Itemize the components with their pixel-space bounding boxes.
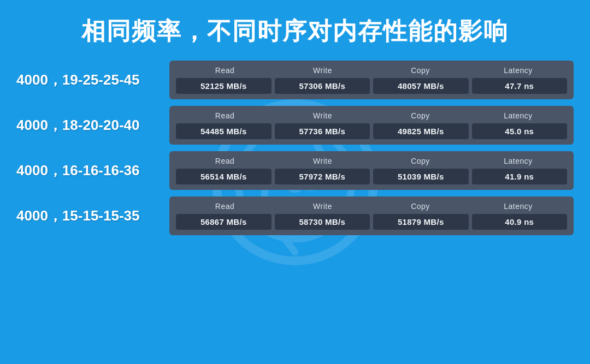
bench-value-0-1: 57306 MB/s [275,78,370,94]
bench-value-2-2: 51039 MB/s [373,169,469,184]
benchmark-row: 4000，15-15-15-35ReadWriteCopyLatency5686… [16,196,574,235]
bench-header-3-2: Copy [371,202,469,211]
bench-header-2-3: Latency [469,157,567,165]
bench-header-0-3: Latency [469,66,567,75]
bench-header-3-3: Latency [469,202,567,211]
bench-value-0-3: 47.7 ns [472,78,568,94]
bench-header-2-0: Read [176,157,274,165]
bench-header-1-3: Latency [469,111,567,120]
bench-header-0-0: Read [176,66,274,75]
bench-value-2-3: 41.9 ns [472,169,568,184]
bench-header-1-2: Copy [371,111,469,120]
bench-value-1-3: 45.0 ns [472,123,568,139]
bench-value-1-2: 49825 MB/s [373,123,469,139]
bench-header-3-0: Read [176,202,274,211]
benchmark-row: 4000，19-25-25-45ReadWriteCopyLatency5212… [16,61,574,99]
bench-value-3-3: 40.9 ns [472,214,568,230]
bench-header-3-1: Write [274,202,371,211]
row-label-3: 4000，15-15-15-35 [16,206,158,225]
row-label-2: 4000，16-16-16-36 [16,161,158,180]
bench-value-2-0: 56514 MB/s [176,169,272,184]
bench-header-0-1: Write [274,66,371,75]
benchmark-row: 4000，18-20-20-40ReadWriteCopyLatency5448… [16,106,574,145]
bench-value-1-0: 54485 MB/s [176,123,272,139]
bench-value-0-0: 52125 MB/s [176,78,272,94]
bench-header-1-0: Read [176,111,274,120]
page-title: 相同频率，不同时序对内存性能的影响 [0,0,590,61]
row-label-1: 4000，18-20-20-40 [16,116,158,135]
bench-value-3-1: 58730 MB/s [275,214,370,230]
bench-panel-1: ReadWriteCopyLatency54485 MB/s57736 MB/s… [169,106,574,145]
row-label-0: 4000，19-25-25-45 [16,70,158,89]
bench-header-1-1: Write [274,111,371,120]
benchmark-row: 4000，16-16-16-36ReadWriteCopyLatency5651… [16,151,574,190]
bench-value-1-1: 57736 MB/s [275,123,370,139]
bench-value-3-0: 56867 MB/s [176,214,272,230]
bench-value-2-1: 57972 MB/s [275,169,370,184]
bench-panel-2: ReadWriteCopyLatency56514 MB/s57972 MB/s… [169,151,574,190]
content-area: 4000，19-25-25-45ReadWriteCopyLatency5212… [0,61,590,235]
bench-value-0-2: 48057 MB/s [373,78,469,94]
bench-header-2-1: Write [274,157,371,165]
bench-panel-0: ReadWriteCopyLatency52125 MB/s57306 MB/s… [169,61,574,99]
bench-value-3-2: 51879 MB/s [373,214,469,230]
bench-header-2-2: Copy [371,157,469,165]
bench-panel-3: ReadWriteCopyLatency56867 MB/s58730 MB/s… [169,196,574,235]
bench-header-0-2: Copy [371,66,469,75]
svg-text:®: ® [291,254,300,268]
